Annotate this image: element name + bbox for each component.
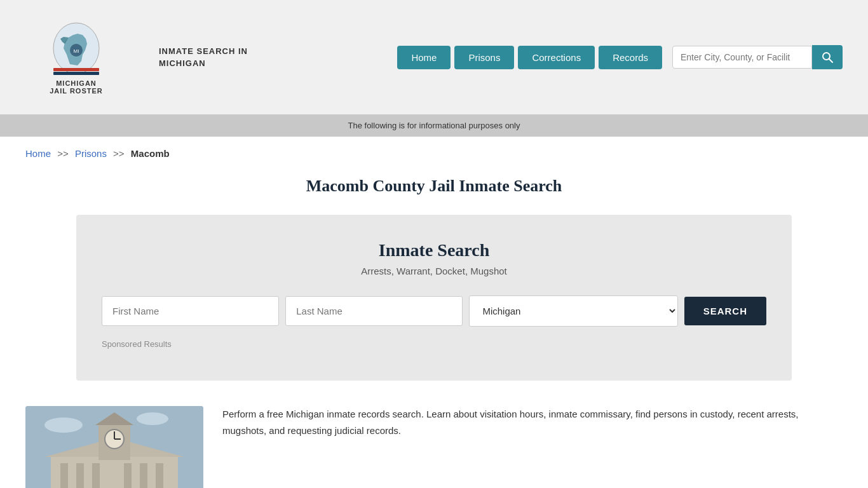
nav-records[interactable]: Records (599, 46, 662, 69)
main-nav: Home Prisons Corrections Records (397, 45, 843, 69)
svg-rect-13 (92, 463, 100, 488)
bottom-text: Perform a free Michigan inmate records s… (222, 406, 843, 438)
header-search-bar (672, 45, 843, 69)
info-banner: The following is for informational purpo… (0, 114, 868, 137)
breadcrumb-home[interactable]: Home (25, 148, 51, 159)
svg-rect-14 (124, 463, 132, 488)
breadcrumb-current: Macomb (131, 148, 170, 159)
sponsored-label: Sponsored Results (102, 339, 766, 349)
svg-rect-16 (156, 463, 163, 488)
svg-rect-12 (76, 463, 84, 488)
header: MI MICHIGAN JAIL ROSTER INMATE SEARCH IN… (0, 0, 868, 114)
logo-icon: MI (51, 20, 102, 77)
svg-point-8 (44, 417, 83, 433)
svg-rect-11 (60, 463, 68, 488)
svg-rect-4 (53, 72, 99, 75)
breadcrumb-sep1: >> (57, 148, 69, 159)
first-name-input[interactable] (102, 296, 279, 326)
breadcrumb-sep2: >> (113, 148, 125, 159)
search-icon (821, 51, 834, 64)
page-title: Macomb County Jail Inmate Search (25, 177, 843, 196)
card-subtitle: Arrests, Warrant, Docket, Mugshot (102, 266, 766, 276)
search-card: Inmate Search Arrests, Warrant, Docket, … (76, 215, 792, 381)
logo-text: MICHIGAN JAIL ROSTER (50, 79, 103, 95)
nav-prisons[interactable]: Prisons (454, 46, 514, 69)
card-title: Inmate Search (102, 240, 766, 261)
breadcrumb: Home >> Prisons >> Macomb (0, 137, 868, 170)
nav-home[interactable]: Home (397, 46, 451, 69)
breadcrumb-prisons[interactable]: Prisons (75, 148, 107, 159)
bottom-section: Perform a free Michigan inmate records s… (0, 406, 868, 488)
last-name-input[interactable] (285, 296, 463, 326)
site-title: INMATE SEARCH IN MICHIGAN (159, 45, 248, 70)
svg-rect-3 (53, 68, 99, 71)
state-select[interactable]: MichiganAlabamaAlaskaArizonaArkansasCali… (469, 295, 677, 327)
search-button[interactable]: SEARCH (684, 297, 766, 325)
search-form: MichiganAlabamaAlaskaArizonaArkansasCali… (102, 295, 766, 327)
nav-corrections[interactable]: Corrections (518, 46, 595, 69)
logo-area: MI MICHIGAN JAIL ROSTER (25, 20, 127, 95)
building-image (25, 406, 203, 488)
svg-point-9 (137, 412, 168, 425)
svg-text:MI: MI (74, 48, 79, 54)
header-search-button[interactable] (812, 45, 843, 69)
svg-rect-15 (140, 463, 147, 488)
header-search-input[interactable] (672, 46, 812, 69)
svg-line-6 (829, 59, 833, 63)
